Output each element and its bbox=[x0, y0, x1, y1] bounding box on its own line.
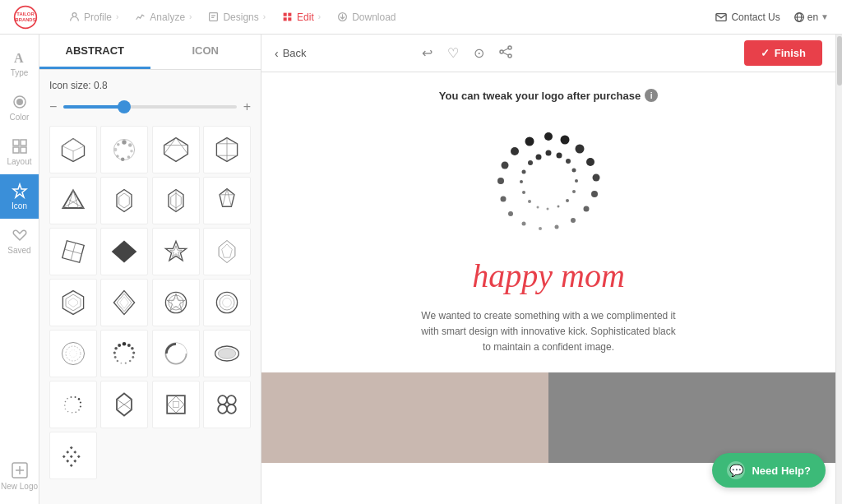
tab-icon[interactable]: ICON bbox=[150, 35, 261, 69]
svg-point-84 bbox=[220, 295, 234, 310]
icon-cell-25[interactable] bbox=[49, 432, 97, 479]
icon-cell-16[interactable] bbox=[203, 279, 251, 326]
icon-cell-12[interactable] bbox=[203, 228, 251, 275]
svg-point-156 bbox=[502, 162, 509, 169]
icon-cell-15[interactable] bbox=[152, 279, 200, 326]
svg-point-92 bbox=[132, 351, 135, 354]
sidebar-item-icon[interactable]: Icon bbox=[0, 174, 39, 219]
edit-icon bbox=[282, 12, 293, 22]
contact-us-link[interactable]: Contact Us bbox=[715, 12, 780, 23]
favorite-button[interactable]: ♡ bbox=[447, 45, 459, 61]
sidebar-item-color[interactable]: Color bbox=[0, 86, 39, 130]
svg-rect-136 bbox=[70, 464, 73, 467]
brand-logo[interactable]: TAILOR BRANDS bbox=[13, 5, 38, 30]
icon-cell-23[interactable] bbox=[152, 381, 200, 428]
icon-cell-21[interactable] bbox=[49, 381, 97, 428]
svg-rect-7 bbox=[284, 13, 287, 16]
svg-point-142 bbox=[544, 132, 553, 141]
size-slider-row: − + bbox=[49, 99, 251, 114]
logo-preview-area: You can tweak your logo after purchase i bbox=[261, 72, 835, 504]
nav-step-designs[interactable]: Designs › bbox=[201, 8, 272, 26]
sidebar-item-layout[interactable]: Layout bbox=[0, 130, 39, 174]
icon-size-label: Icon size: 0.8 bbox=[49, 80, 251, 91]
type-icon: A bbox=[12, 49, 28, 66]
svg-marker-72 bbox=[221, 244, 232, 257]
svg-rect-13 bbox=[716, 13, 726, 21]
icon-cell-1[interactable] bbox=[49, 126, 97, 173]
logo-tagline: We wanted to create something with a we … bbox=[417, 308, 680, 356]
new-logo-button[interactable]: New Logo bbox=[1, 455, 38, 497]
svg-point-98 bbox=[114, 356, 117, 358]
icon-cell-7[interactable] bbox=[152, 177, 200, 224]
svg-point-97 bbox=[117, 360, 119, 363]
sidebar-item-type[interactable]: A Type bbox=[0, 41, 39, 86]
icon-cell-6[interactable] bbox=[100, 177, 148, 224]
undo-button[interactable]: ↩ bbox=[422, 45, 433, 61]
svg-rect-10 bbox=[288, 17, 291, 21]
need-help-button[interactable]: 💬 Need Help? bbox=[712, 453, 826, 488]
back-button[interactable]: ‹ Back bbox=[275, 47, 307, 60]
nav-step-edit[interactable]: Edit › bbox=[275, 8, 327, 26]
svg-point-160 bbox=[557, 153, 562, 159]
icon-cell-2[interactable] bbox=[100, 126, 148, 173]
svg-point-172 bbox=[522, 170, 526, 174]
svg-line-46 bbox=[176, 138, 187, 155]
tab-abstract[interactable]: ABSTRACT bbox=[39, 35, 150, 69]
icon-cell-3[interactable] bbox=[152, 126, 200, 173]
icon-cell-13[interactable] bbox=[49, 279, 97, 326]
icon-cell-10[interactable] bbox=[100, 228, 148, 275]
analyze-icon bbox=[135, 12, 146, 22]
finish-button[interactable]: ✓ Finish bbox=[744, 40, 822, 66]
nav-step-download[interactable]: Download bbox=[331, 8, 402, 26]
nav-step-analyze[interactable]: Analyze › bbox=[128, 8, 198, 26]
slider-decrease-btn[interactable]: − bbox=[49, 99, 57, 114]
svg-line-30 bbox=[73, 139, 85, 146]
icon-cell-11[interactable] bbox=[152, 228, 200, 275]
icon-cell-18[interactable] bbox=[100, 330, 148, 377]
svg-rect-4 bbox=[210, 13, 218, 21]
left-sidebar: A Type Color Layout Icon Saved New Logo bbox=[0, 35, 39, 504]
icon-cell-24[interactable] bbox=[203, 381, 251, 428]
icon-cell-20[interactable] bbox=[203, 330, 251, 377]
preview-bottom-right bbox=[548, 372, 835, 463]
icon-cell-9[interactable] bbox=[49, 228, 97, 275]
icon-cell-19[interactable] bbox=[152, 330, 200, 377]
svg-rect-23 bbox=[21, 147, 26, 153]
svg-point-3 bbox=[72, 13, 76, 17]
icon-cell-14[interactable] bbox=[100, 279, 148, 326]
size-slider-track[interactable] bbox=[63, 105, 236, 109]
info-button[interactable]: ⊙ bbox=[474, 45, 484, 61]
svg-rect-132 bbox=[70, 455, 73, 458]
envelope-icon bbox=[715, 12, 727, 23]
editor-toolbar: ‹ Back ↩ ♡ ⊙ ✓ Fi bbox=[261, 35, 835, 72]
icon-cell-22[interactable] bbox=[100, 381, 148, 428]
svg-point-91 bbox=[131, 347, 134, 350]
saved-icon bbox=[12, 227, 28, 243]
logo-display: happy mom We wanted to create something … bbox=[417, 118, 680, 356]
right-scrollbar[interactable] bbox=[835, 35, 842, 504]
svg-point-87 bbox=[66, 346, 81, 361]
chat-bubble-icon: 💬 bbox=[727, 461, 745, 479]
svg-point-174 bbox=[536, 155, 542, 160]
icon-cell-8[interactable] bbox=[203, 177, 251, 224]
svg-point-166 bbox=[557, 206, 560, 208]
scrollbar-thumb[interactable] bbox=[837, 36, 842, 86]
top-nav: TAILOR BRANDS Profile › Analyze › Design… bbox=[0, 0, 842, 35]
svg-rect-135 bbox=[73, 460, 76, 463]
icon-cell-5[interactable] bbox=[49, 177, 97, 224]
svg-rect-111 bbox=[67, 411, 69, 413]
sidebar-item-saved[interactable]: Saved bbox=[0, 219, 39, 263]
slider-increase-btn[interactable]: + bbox=[243, 99, 251, 114]
slider-fill bbox=[63, 105, 124, 109]
svg-point-139 bbox=[508, 54, 511, 58]
language-selector[interactable]: en ▼ bbox=[793, 12, 829, 23]
nav-step-profile[interactable]: Profile › bbox=[62, 8, 125, 26]
svg-point-171 bbox=[520, 180, 523, 183]
slider-thumb[interactable] bbox=[118, 100, 131, 113]
share-button[interactable] bbox=[499, 45, 512, 62]
svg-rect-131 bbox=[62, 455, 66, 458]
icon-cell-17[interactable] bbox=[49, 330, 97, 377]
svg-line-140 bbox=[503, 49, 508, 51]
svg-point-38 bbox=[127, 155, 131, 159]
icon-cell-4[interactable] bbox=[203, 126, 251, 173]
